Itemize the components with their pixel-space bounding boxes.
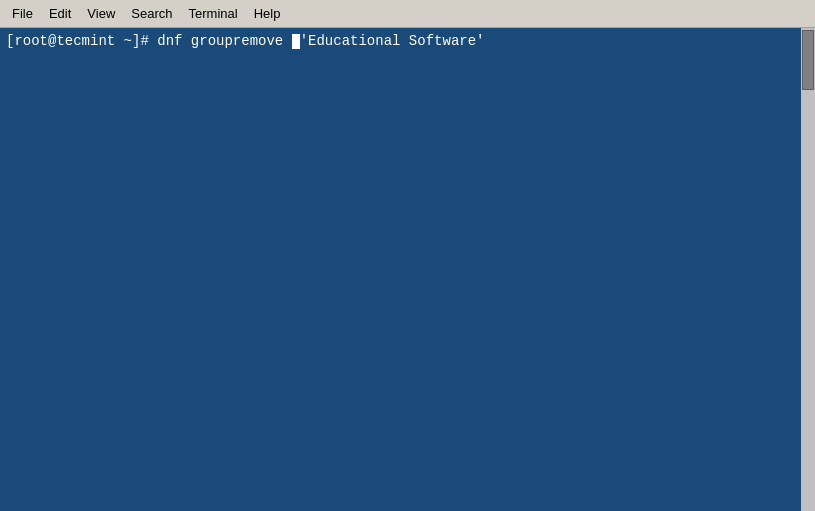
terminal-argument: 'Educational Software': [300, 32, 485, 52]
scrollbar[interactable]: [801, 28, 815, 511]
menu-terminal[interactable]: Terminal: [181, 4, 246, 23]
terminal-line-1: [root@tecmint ~]# dnf groupremove 'Educa…: [6, 32, 809, 52]
terminal-prompt: [root@tecmint ~]#: [6, 32, 157, 52]
terminal-cursor: [292, 34, 300, 49]
menu-file[interactable]: File: [4, 4, 41, 23]
scrollbar-thumb[interactable]: [802, 30, 814, 90]
terminal-command: dnf groupremove: [157, 32, 291, 52]
menu-help[interactable]: Help: [246, 4, 289, 23]
menubar: File Edit View Search Terminal Help: [0, 0, 815, 28]
menu-search[interactable]: Search: [123, 4, 180, 23]
menu-view[interactable]: View: [79, 4, 123, 23]
terminal-area[interactable]: [root@tecmint ~]# dnf groupremove 'Educa…: [0, 28, 815, 511]
menu-edit[interactable]: Edit: [41, 4, 79, 23]
